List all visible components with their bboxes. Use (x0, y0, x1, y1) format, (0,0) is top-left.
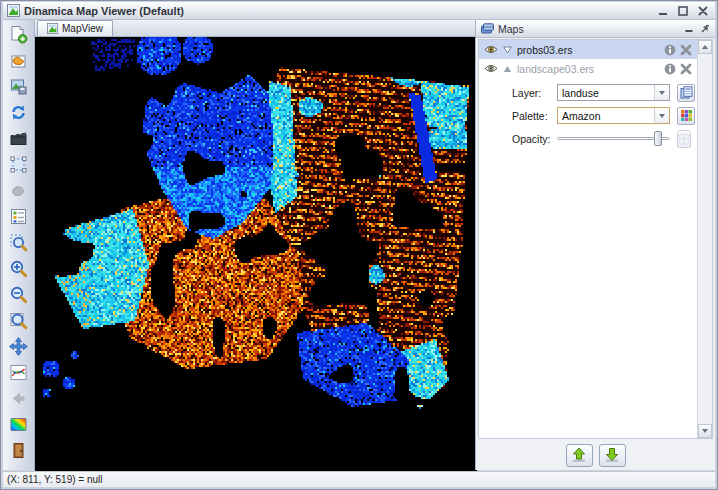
visibility-eye-icon[interactable] (484, 45, 498, 54)
zoom-out-icon (9, 285, 28, 304)
draw-tool-icon (9, 181, 28, 200)
maps-panel-body: probs03.ers (478, 39, 713, 439)
palette-dropdown-value: Amazon (562, 110, 601, 122)
animation-button[interactable] (5, 126, 32, 150)
chart-icon (9, 363, 28, 382)
layer-dropdown[interactable]: landuse (557, 84, 670, 101)
palette-editor-button[interactable] (677, 107, 695, 125)
status-coordinates: (X: 811, Y: 519) = null (7, 474, 103, 485)
palette-icon (9, 415, 28, 434)
back-icon (9, 389, 28, 408)
maps-panel: Maps (475, 20, 715, 470)
palette-grid-icon (680, 109, 693, 122)
refresh-icon (9, 103, 28, 122)
slider-thumb[interactable] (654, 131, 662, 146)
zoom-fit-button[interactable] (5, 308, 32, 332)
chart-button[interactable] (5, 360, 32, 384)
panel-minimize-icon[interactable] (685, 24, 694, 33)
refresh-button[interactable] (5, 100, 32, 124)
tab-bar: MapView (35, 20, 475, 37)
zoom-fit-icon (9, 311, 28, 330)
legend-icon (9, 207, 28, 226)
move-layer-up-button[interactable] (566, 444, 593, 467)
maps-icon (481, 23, 494, 34)
layer-table-icon (680, 86, 693, 99)
slider-groove[interactable] (557, 137, 670, 140)
legend-button[interactable] (5, 204, 32, 228)
map-view (35, 37, 475, 470)
maps-panel-footer (476, 440, 715, 470)
layer-label: Layer: (512, 87, 557, 99)
title-bar: Dinamica Map Viewer (Default) (3, 2, 715, 20)
layer-name: probs03.ers (517, 44, 659, 56)
toolbar (3, 20, 35, 470)
mapview-tab-icon (47, 23, 58, 34)
collapse-triangle-icon[interactable] (503, 46, 512, 54)
tab-label: MapView (62, 23, 103, 34)
tab-mapview[interactable]: MapView (37, 20, 113, 36)
move-down-icon (604, 447, 620, 463)
save-image-icon (9, 77, 28, 96)
layer-table-button[interactable] (677, 84, 695, 102)
palette-button[interactable] (5, 412, 32, 436)
info-icon[interactable] (664, 63, 676, 75)
new-map-button[interactable] (5, 22, 32, 46)
zoom-in-icon (9, 259, 28, 278)
main-area: MapView Maps (3, 20, 715, 470)
visibility-eye-icon[interactable] (484, 64, 498, 73)
select-region-icon (9, 155, 28, 174)
zoom-out-button[interactable] (5, 282, 32, 306)
status-bar: (X: 811, Y: 519) = null (3, 471, 715, 487)
map-canvas[interactable] (35, 37, 477, 472)
dropdown-arrow-icon[interactable] (654, 85, 669, 100)
close-icon (698, 6, 708, 16)
dropdown-arrow-icon[interactable] (654, 108, 669, 123)
zoom-region-button[interactable] (5, 230, 32, 254)
layer-control-row: Layer: landuse (512, 81, 697, 104)
layer-list: probs03.ers (479, 40, 697, 438)
opacity-slider[interactable] (557, 130, 670, 147)
export-map-button[interactable] (5, 48, 32, 72)
draw-tool-disabled-button[interactable] (5, 178, 32, 202)
maximize-icon (678, 6, 688, 16)
save-image-button[interactable] (5, 74, 32, 98)
exit-icon (9, 441, 28, 460)
expand-triangle-icon[interactable] (503, 65, 512, 73)
layer-row-landscape03[interactable]: landscape03.ers (479, 59, 697, 78)
minimize-icon (658, 6, 668, 16)
opacity-label: Opacity: (512, 133, 557, 145)
move-layer-down-button[interactable] (599, 444, 626, 467)
scroll-up-button[interactable] (698, 40, 712, 54)
palette-label: Palette: (512, 110, 557, 122)
close-button[interactable] (694, 4, 711, 18)
export-map-icon (9, 51, 28, 70)
maximize-button[interactable] (674, 4, 691, 18)
panel-scrollbar[interactable] (697, 40, 712, 438)
palette-control-row: Palette: Amazon (512, 104, 697, 127)
layer-name: landscape03.ers (517, 63, 659, 75)
layer-dropdown-value: landuse (562, 87, 599, 99)
panel-float-icon[interactable] (700, 24, 710, 34)
maps-panel-header: Maps (476, 20, 715, 38)
pan-button[interactable] (5, 334, 32, 358)
opacity-extra-button-disabled[interactable] (677, 130, 691, 148)
remove-layer-icon[interactable] (680, 44, 692, 56)
layer-controls: Layer: landuse (479, 78, 697, 154)
palette-dropdown[interactable]: Amazon (557, 107, 670, 124)
opacity-control-row: Opacity: (512, 127, 697, 150)
app-window: Dinamica Map Viewer (Default) (0, 0, 718, 490)
minimize-button[interactable] (654, 4, 671, 18)
new-map-icon (9, 25, 28, 44)
layer-row-probs03[interactable]: probs03.ers (479, 40, 697, 59)
exit-button[interactable] (5, 438, 32, 462)
back-disabled-button[interactable] (5, 386, 32, 410)
info-icon[interactable] (664, 44, 676, 56)
remove-layer-icon[interactable] (680, 63, 692, 75)
window-title: Dinamica Map Viewer (Default) (24, 5, 184, 17)
select-region-button[interactable] (5, 152, 32, 176)
pan-icon (9, 337, 28, 356)
zoom-region-icon (9, 233, 28, 252)
scroll-down-button[interactable] (698, 424, 712, 438)
move-up-icon (571, 447, 587, 463)
zoom-in-button[interactable] (5, 256, 32, 280)
